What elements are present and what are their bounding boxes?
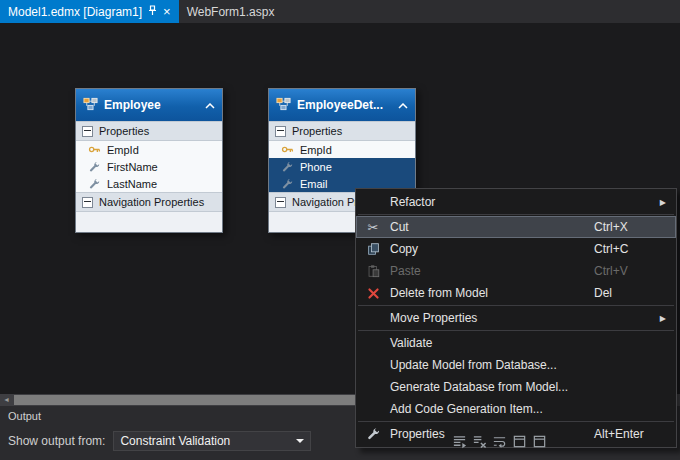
paste-icon xyxy=(356,264,390,278)
menu-item-validate[interactable]: Validate xyxy=(356,332,676,354)
key-icon xyxy=(280,143,294,157)
menu-item-delete-from-model[interactable]: Delete from ModelDel xyxy=(356,282,676,304)
key-icon xyxy=(87,143,101,157)
entity-icon xyxy=(83,97,98,114)
menu-item-update-model-from-database[interactable]: Update Model from Database... xyxy=(356,354,676,376)
pin-icon[interactable] xyxy=(148,5,157,19)
property-row-lastname[interactable]: LastName xyxy=(76,175,222,192)
properties-section-header[interactable]: Properties xyxy=(76,121,222,141)
navigation-section-header[interactable]: Navigation Properties xyxy=(76,192,222,212)
tab-bar: Model1.edmx [Diagram1] × WebForm1.aspx xyxy=(0,0,680,23)
tab-label: Model1.edmx [Diagram1] xyxy=(8,5,142,19)
clear-all-icon[interactable] xyxy=(472,434,487,449)
entity-icon xyxy=(276,97,291,114)
wrench-icon xyxy=(356,427,390,441)
output-panel-title: Output xyxy=(8,410,41,422)
properties-section-header[interactable]: Properties xyxy=(269,121,415,141)
menu-item-copy[interactable]: CopyCtrl+C xyxy=(356,238,676,260)
output-window-icon[interactable] xyxy=(512,434,527,449)
scrollbar-thumb[interactable] xyxy=(14,395,358,405)
tab-label: WebForm1.aspx xyxy=(187,5,275,19)
submenu-arrow-icon: ▶ xyxy=(660,198,666,207)
chevron-down-icon xyxy=(296,439,304,443)
close-icon[interactable]: × xyxy=(163,5,171,18)
entity-header[interactable]: Employee xyxy=(76,89,222,121)
go-to-message-icon[interactable] xyxy=(452,434,467,449)
collapse-box-icon[interactable] xyxy=(275,126,286,137)
collapse-box-icon[interactable] xyxy=(82,197,93,208)
menu-item-generate-database-from-model[interactable]: Generate Database from Model... xyxy=(356,376,676,398)
scroll-left-icon[interactable]: ◄ xyxy=(0,394,13,406)
menu-item-paste[interactable]: PasteCtrl+V xyxy=(356,260,676,282)
menu-separator xyxy=(358,330,674,331)
entity-empty-area xyxy=(76,212,222,232)
property-icon xyxy=(280,177,294,191)
collapse-chevron-icon[interactable] xyxy=(398,98,408,112)
entity-title: Employee xyxy=(104,98,199,112)
property-icon xyxy=(87,177,101,191)
show-output-from-label: Show output from: xyxy=(8,434,105,448)
collapse-box-icon[interactable] xyxy=(275,197,286,208)
menu-item-move-properties[interactable]: Move Properties▶ xyxy=(356,307,676,329)
menu-separator xyxy=(358,305,674,306)
output-toolbar xyxy=(452,434,547,449)
collapse-box-icon[interactable] xyxy=(82,126,93,137)
entity-employee[interactable]: Employee PropertiesEmpIdFirstNameLastNam… xyxy=(75,88,223,233)
context-menu: Refactor▶✂CutCtrl+XCopyCtrl+CPasteCtrl+V… xyxy=(355,188,677,448)
tab-model1-edmx[interactable]: Model1.edmx [Diagram1] × xyxy=(0,0,179,23)
delete-icon xyxy=(356,287,390,300)
menu-item-refactor[interactable]: Refactor▶ xyxy=(356,191,676,213)
property-icon xyxy=(87,160,101,174)
menu-separator xyxy=(358,421,674,422)
entity-title: EmployeeDet... xyxy=(297,98,392,112)
scissors-icon: ✂ xyxy=(356,221,390,234)
collapse-chevron-icon[interactable] xyxy=(205,98,215,112)
submenu-arrow-icon: ▶ xyxy=(660,314,666,323)
property-icon xyxy=(280,160,294,174)
show-output-from-combo[interactable]: Constraint Validation xyxy=(113,431,311,451)
menu-item-cut[interactable]: ✂CutCtrl+X xyxy=(356,216,676,238)
menu-item-add-code-generation-item[interactable]: Add Code Generation Item... xyxy=(356,398,676,420)
property-row-firstname[interactable]: FirstName xyxy=(76,158,222,175)
property-row-empid[interactable]: EmpId xyxy=(269,141,415,158)
tab-webform1-aspx[interactable]: WebForm1.aspx xyxy=(179,0,283,23)
combo-selected-value: Constraint Validation xyxy=(120,434,230,448)
property-row-phone[interactable]: Phone xyxy=(269,158,415,175)
pin-output-icon[interactable] xyxy=(532,434,547,449)
menu-separator xyxy=(358,214,674,215)
word-wrap-icon[interactable] xyxy=(492,434,507,449)
copy-icon xyxy=(356,242,390,256)
entity-header[interactable]: EmployeeDet... xyxy=(269,89,415,121)
property-row-empid[interactable]: EmpId xyxy=(76,141,222,158)
